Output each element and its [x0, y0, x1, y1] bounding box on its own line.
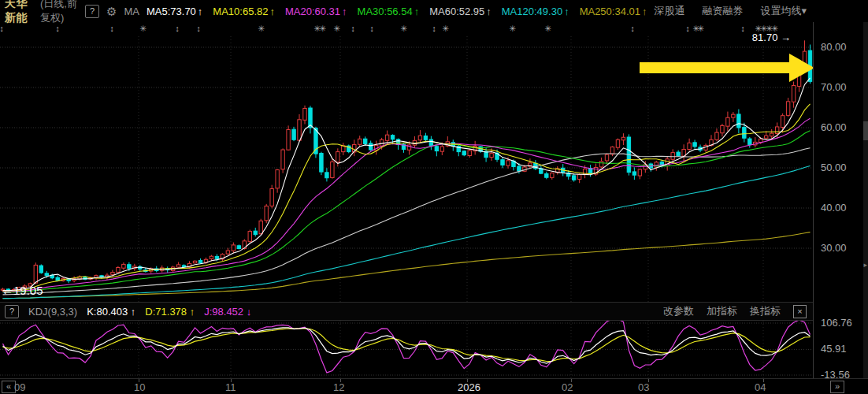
ma120-line: [3, 166, 811, 299]
price-tick-label: 40.00: [821, 202, 847, 214]
event-star-icon: ✳: [698, 24, 705, 33]
kdj-help-icon[interactable]: ?: [5, 305, 19, 318]
header-buttons-group: 深股通融资融券设置均线▾: [654, 4, 807, 18]
ma-value-ma30: MA30:56.54↑: [358, 6, 420, 17]
price-tick-label: 70.00: [821, 81, 847, 93]
event-markers: ↕↕↕✳↕↕✳✳✳✳↕↕✳↕✳✳✳↕↕✳✳↕✳✳✳✳: [0, 24, 779, 33]
event-updown-icon: ↕: [55, 24, 59, 33]
event-star-icon: ✳: [443, 24, 450, 33]
kdj-toolbar: ? KDJ(9,3,3) K:80.403 ↑ D:71.378 ↑ J:98.…: [0, 302, 813, 321]
low-price-callout: ←19.05: [2, 284, 43, 297]
event-updown-icon: ↕: [432, 24, 436, 33]
event-updown-icon: ↕: [369, 24, 373, 33]
month-tick: [139, 379, 139, 382]
page-right-button[interactable]: »: [830, 381, 844, 393]
event-star-icon: ✳: [334, 24, 341, 33]
month-label-09: 09: [14, 381, 25, 393]
kdj-buttons-group: 改参数加指标换指标×: [663, 304, 807, 318]
ma-value-ma120: MA120:49.30↑: [502, 6, 569, 17]
ma-menu[interactable]: MA: [124, 6, 139, 17]
ma-values-group: MA5:73.70↑MA10:65.82↑MA20:60.31↑MA30:56.…: [147, 6, 647, 17]
kdj-d-value: D:71.378 ↑: [145, 306, 195, 318]
time-axis-bar: « » 091011122026020304: [0, 378, 868, 394]
month-label-04: 04: [755, 381, 766, 393]
price-axis: ▸ 80.0070.0060.0050.0040.0030.00106.7645…: [813, 22, 868, 378]
event-updown-icon: ↕: [196, 24, 200, 33]
kdj-title: KDJ(9,3,3): [28, 306, 77, 318]
event-star-icon: ✳: [401, 24, 408, 33]
axis-arrow-icon[interactable]: ▸: [863, 261, 867, 269]
grid-layer: [0, 36, 813, 302]
help-icon[interactable]: ?: [85, 5, 99, 18]
month-tick: [340, 379, 341, 382]
event-updown-icon: ↕: [630, 24, 634, 33]
kdj-chart-canvas[interactable]: [0, 321, 813, 378]
event-updown-icon: ↕: [740, 24, 744, 33]
main-chart-canvas[interactable]: ↕↕↕✳↕↕✳✳✳✳↕↕✳↕✳✳✳↕↕✳✳↕✳✳✳✳81.70 →←19.05: [0, 22, 813, 302]
set-ma-button[interactable]: 设置均线▾: [760, 4, 807, 18]
month-label-03: 03: [638, 381, 649, 393]
price-tick-label: 30.00: [821, 242, 847, 254]
highlight-arrow: [640, 54, 813, 82]
gear-icon[interactable]: ⚙: [106, 6, 117, 17]
month-tick: [467, 379, 468, 382]
kdj-j-value: J:98.452 ↓: [204, 306, 251, 318]
month-label-10: 10: [134, 381, 145, 393]
month-label-02: 02: [562, 381, 573, 393]
add-indicator-button[interactable]: 加指标: [707, 304, 737, 318]
peak-price-callout: 81.70 →: [752, 32, 791, 43]
price-tick-label: 60.00: [821, 121, 847, 133]
margin-trading-button[interactable]: 融资融券: [702, 4, 743, 18]
price-tick-label: 80.00: [821, 41, 847, 53]
candles-layer: [1, 40, 811, 292]
ma-value-ma5: MA5:73.70↑: [147, 6, 202, 17]
event-star-icon: ✳: [545, 24, 552, 33]
event-updown-icon: ↕: [175, 24, 179, 33]
kdj-j-line: [3, 321, 811, 373]
scrollbar-grip[interactable]: [863, 121, 868, 140]
close-indicator-button[interactable]: ×: [793, 305, 807, 318]
event-star-icon: ✳: [510, 24, 517, 33]
month-tick: [763, 379, 764, 382]
kdj-tick-label: 106.76: [821, 317, 852, 329]
event-updown-icon: ↕: [685, 24, 689, 33]
change-params-button[interactable]: 改参数: [663, 304, 694, 318]
ma-value-ma60: MA60:52.95↑: [429, 6, 491, 17]
kdj-grid-layer: [0, 321, 813, 378]
event-star-icon: ✳: [140, 24, 147, 33]
ma60-line: [3, 148, 811, 295]
kdj-k-value: K:80.403 ↑: [87, 306, 135, 318]
ma5-line: [3, 78, 811, 291]
month-label-11: 11: [225, 381, 236, 393]
month-tick: [648, 379, 649, 382]
axis-scroll-strip: [863, 22, 868, 378]
kdj-tick-label: 45.91: [821, 343, 847, 355]
event-star-icon: ✳: [320, 24, 327, 33]
price-tick-label: 50.00: [821, 162, 847, 173]
trading-app-window: 天华新能 (日线,前复权) ? ⚙ MA MA5:73.70↑MA10:65.8…: [0, 0, 868, 394]
event-updown-icon: ↕: [0, 24, 4, 33]
shenzhen-connect-button[interactable]: 深股通: [654, 4, 684, 18]
event-updown-icon: ↕: [351, 24, 354, 33]
month-label-12: 12: [333, 381, 344, 393]
event-updown-icon: ↕: [109, 24, 113, 33]
event-star-icon: ✳: [258, 24, 265, 33]
ma-value-ma10: MA10:65.82↑: [213, 6, 275, 17]
month-tick: [231, 379, 232, 382]
chart-header-toolbar: 天华新能 (日线,前复权) ? ⚙ MA MA5:73.70↑MA10:65.8…: [0, 0, 868, 22]
month-label-2026: 2026: [458, 381, 480, 393]
month-tick: [571, 379, 572, 382]
kdj-d-line: [3, 329, 811, 362]
switch-indicator-button[interactable]: 换指标: [750, 304, 781, 318]
ma-value-ma20: MA20:60.31↑: [285, 6, 347, 17]
ma-value-ma250: MA250:34.01↑: [580, 6, 647, 17]
